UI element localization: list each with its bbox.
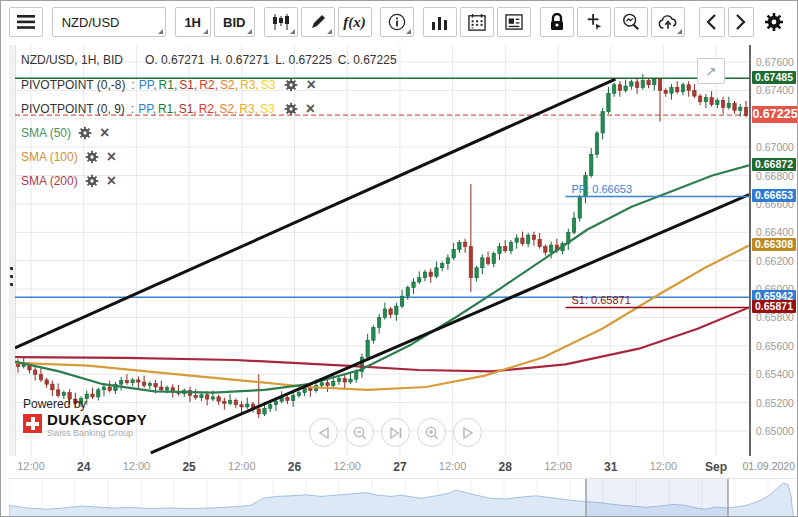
candle[interactable] [687, 81, 690, 97]
candle[interactable] [39, 368, 42, 382]
scroll-left-button[interactable] [699, 7, 725, 37]
gear-icon[interactable] [85, 150, 99, 164]
candle[interactable] [727, 97, 730, 110]
candle[interactable] [114, 382, 117, 394]
candle[interactable] [481, 254, 484, 274]
candle[interactable] [440, 261, 443, 271]
candle[interactable] [578, 195, 581, 222]
candle[interactable] [142, 376, 145, 388]
gear-icon[interactable] [85, 174, 99, 188]
gear-icon[interactable] [78, 126, 92, 140]
candle[interactable] [435, 261, 438, 278]
candle[interactable] [693, 84, 696, 98]
candle[interactable] [137, 376, 140, 388]
zoom-tool-button[interactable] [614, 7, 648, 37]
indicator-settings-button[interactable] [78, 126, 92, 140]
candle[interactable] [509, 240, 512, 254]
gear-icon[interactable] [284, 78, 298, 92]
volume-button[interactable] [423, 7, 457, 37]
candle[interactable] [372, 325, 375, 343]
candle[interactable] [469, 184, 472, 292]
candle[interactable] [744, 101, 747, 117]
indicator-remove-button[interactable]: × [107, 175, 116, 187]
candle[interactable] [383, 303, 386, 320]
candle[interactable] [366, 334, 369, 360]
candle[interactable] [217, 395, 220, 405]
lock-button[interactable] [540, 7, 574, 37]
save-cloud-button[interactable] [651, 7, 685, 37]
candle[interactable] [733, 101, 736, 114]
candle[interactable] [343, 375, 346, 388]
candle[interactable] [463, 239, 466, 253]
candle[interactable] [595, 131, 598, 158]
candle[interactable] [664, 88, 667, 97]
candle[interactable] [395, 303, 398, 321]
drag-handle-icon[interactable] [10, 267, 14, 291]
candle[interactable] [572, 212, 575, 235]
candle[interactable] [681, 83, 684, 96]
candle[interactable] [653, 78, 656, 90]
candle[interactable] [108, 381, 111, 393]
candle[interactable] [624, 80, 627, 93]
candle[interactable] [641, 74, 644, 90]
candle[interactable] [704, 94, 707, 108]
pan-right-button[interactable] [453, 418, 482, 447]
candle[interactable] [400, 290, 403, 308]
info-button[interactable] [380, 7, 414, 37]
candle[interactable] [194, 389, 197, 400]
candle[interactable] [618, 81, 621, 97]
candle[interactable] [228, 394, 231, 405]
candle[interactable] [246, 398, 249, 409]
indicator-settings-button[interactable] [85, 174, 99, 188]
news-button[interactable] [497, 7, 531, 37]
candle[interactable] [148, 381, 151, 389]
candle[interactable] [257, 374, 260, 418]
zoom-in-button[interactable] [417, 418, 446, 447]
go-to-latest-button[interactable] [381, 418, 410, 447]
draw-button[interactable] [301, 7, 335, 37]
indicator-settings-button[interactable] [85, 150, 99, 164]
candle[interactable] [612, 83, 615, 97]
candle[interactable] [177, 385, 180, 396]
candle[interactable] [486, 251, 489, 265]
candle[interactable] [538, 233, 541, 249]
candle[interactable] [160, 381, 163, 392]
candle[interactable] [33, 366, 36, 380]
candle[interactable] [475, 266, 478, 282]
side-select[interactable]: BID [214, 7, 255, 37]
indicator-remove-button[interactable]: × [107, 151, 116, 163]
menu-button[interactable] [9, 7, 43, 37]
candle[interactable] [377, 314, 380, 334]
candle[interactable] [635, 78, 638, 94]
chart-type-button[interactable] [264, 7, 298, 37]
navigator-selection[interactable] [586, 479, 728, 517]
functions-button[interactable]: f(x) [338, 7, 372, 37]
candle[interactable] [418, 271, 421, 284]
indicator-remove-button[interactable]: × [100, 127, 109, 139]
instrument-select[interactable]: NZD/USD [52, 7, 166, 37]
calendar-button[interactable] [460, 7, 494, 37]
candle[interactable] [544, 244, 547, 255]
trendline[interactable] [151, 195, 749, 453]
candle[interactable] [200, 393, 203, 402]
zoom-out-button[interactable] [345, 418, 374, 447]
scroll-right-button[interactable] [728, 7, 754, 37]
time-axis[interactable]: 01.09.2020 12:002412:002512:002612:00271… [9, 456, 795, 476]
candle[interactable] [492, 251, 495, 267]
candle[interactable] [223, 398, 226, 410]
candle[interactable] [647, 78, 650, 88]
candle[interactable] [601, 108, 604, 139]
candle[interactable] [710, 91, 713, 107]
candle[interactable] [51, 381, 54, 397]
candle[interactable] [56, 383, 59, 397]
indicator-remove-button[interactable]: × [306, 103, 315, 115]
candle[interactable] [521, 232, 524, 246]
navigator-overview[interactable] [9, 478, 795, 517]
candle[interactable] [423, 270, 426, 281]
candle[interactable] [515, 234, 518, 248]
candle[interactable] [590, 148, 593, 178]
candle[interactable] [429, 268, 432, 282]
candle[interactable] [125, 374, 128, 385]
candle[interactable] [676, 81, 679, 94]
candle[interactable] [326, 379, 329, 392]
